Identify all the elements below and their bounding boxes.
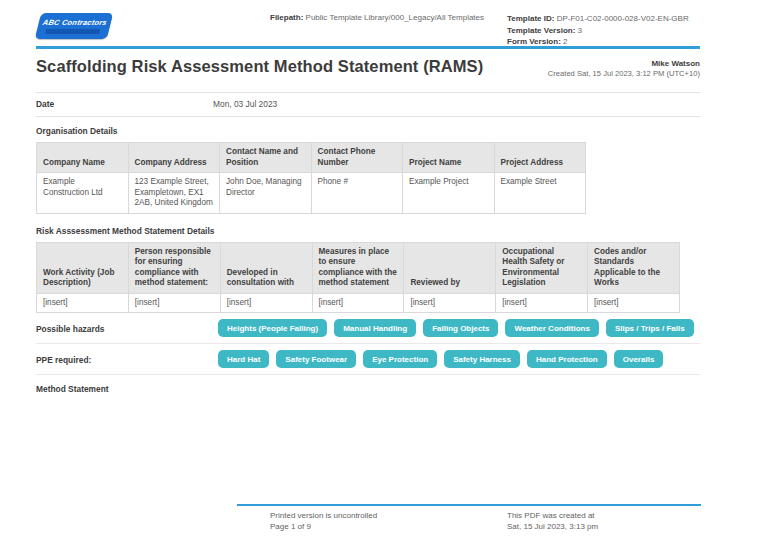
title-row: Scaffolding Risk Assessment Method State… [36, 57, 700, 79]
company-address-cell: 123 Example Street, Exampletown, EX1 2AB… [128, 173, 220, 214]
insert-cell: [insert] [312, 293, 404, 313]
printed-version-note: Printed version is uncontrolled [270, 510, 377, 521]
template-version-line: Template Version: 3 [507, 25, 689, 37]
table-row: [insert] [insert] [insert] [insert] [ins… [37, 293, 680, 313]
date-value: Mon, 03 Jul 2023 [213, 99, 277, 109]
ppe-tags: Hard Hat Safety Footwear Eye Protection … [218, 350, 663, 368]
created-block: Mike Watson Created Sat, 15 Jul 2023, 3:… [548, 57, 700, 79]
possible-hazards-label: Possible hazards [36, 319, 218, 334]
company-name-cell: Example Construction Ltd [37, 173, 129, 214]
table-row: Example Construction Ltd 123 Example Str… [37, 173, 586, 214]
hazard-tag: Weather Conditions [505, 319, 598, 337]
possible-hazards-row: Possible hazards Heights (People Falling… [36, 313, 700, 344]
footer-divider-rule [237, 504, 701, 506]
header-divider-rule [36, 46, 700, 49]
ppe-tag: Safety Harness [444, 350, 520, 368]
insert-cell: [insert] [404, 293, 496, 313]
date-row: Date Mon, 03 Jul 2023 [36, 92, 700, 117]
column-header: Codes and/or Standards Applicable to the… [588, 242, 680, 293]
contact-phone-cell: Phone # [311, 173, 403, 214]
author-name: Mike Watson [548, 59, 700, 69]
contact-name-cell: John Doe, Managing Director [220, 173, 312, 214]
template-id-value: DP-F01-C02-0000-028-V02-EN-GBR [554, 14, 688, 23]
column-header: Project Address [494, 143, 586, 173]
template-id-line: Template ID: DP-F01-C02-0000-028-V02-EN-… [507, 13, 689, 25]
ppe-tag: Hand Protection [527, 350, 607, 368]
form-version-label: Form Version: [507, 37, 561, 46]
ppe-tag: Safety Footwear [276, 350, 356, 368]
column-header: Work Activity (Job Description) [37, 242, 129, 293]
organisation-details-table: Company Name Company Address Contact Nam… [36, 142, 586, 214]
column-header: Developed in consultation with [220, 242, 312, 293]
hazard-tag: Heights (People Falling) [218, 319, 327, 337]
column-header: Contact Phone Number [311, 143, 403, 173]
table-header-row: Company Name Company Address Contact Nam… [37, 143, 586, 173]
page-number: Page 1 of 9 [270, 521, 377, 532]
hazard-tag: Falling Objects [423, 319, 498, 337]
rams-details-table: Work Activity (Job Description) Person r… [36, 242, 680, 314]
column-header: Occupational Health Safety or Environmen… [496, 242, 588, 293]
pdf-created-label: This PDF was created at [507, 510, 598, 521]
hazard-tag: Slips / Trips / Falls [606, 319, 694, 337]
ppe-tag: Eye Protection [363, 350, 437, 368]
filepath-label: Filepath: [270, 13, 303, 22]
form-content: Date Mon, 03 Jul 2023 Organisation Detai… [36, 92, 700, 394]
footer-right-block: This PDF was created at Sat, 15 Jul 2023… [507, 510, 598, 532]
abc-contractors-logo: ABC Contractors [35, 13, 113, 39]
pdf-created-timestamp: Sat, 15 Jul 2023, 3:13 pm [507, 521, 598, 532]
hazard-tag: Manual Handling [334, 319, 416, 337]
insert-cell: [insert] [496, 293, 588, 313]
method-statement-heading: Method Statement [36, 384, 700, 394]
filepath-value: Public Template Library/000_Legacy/All T… [303, 13, 484, 22]
template-version-value: 3 [575, 26, 582, 35]
template-version-label: Template Version: [507, 26, 575, 35]
column-header: Contact Name and Position [220, 143, 312, 173]
project-name-cell: Example Project [403, 173, 495, 214]
ppe-tag: Hard Hat [218, 350, 269, 368]
rams-document-page: ABC Contractors Filepath: Public Templat… [0, 0, 768, 543]
column-header: Company Address [128, 143, 220, 173]
template-meta: Template ID: DP-F01-C02-0000-028-V02-EN-… [507, 13, 689, 48]
footer-left-block: Printed version is uncontrolled Page 1 o… [270, 510, 377, 532]
logo-text: ABC Contractors [42, 18, 108, 27]
filepath-line: Filepath: Public Template Library/000_Le… [270, 13, 484, 22]
created-timestamp: Created Sat, 15 Jul 2023, 3:12 PM (UTC+1… [548, 69, 700, 79]
hazard-tags: Heights (People Falling) Manual Handling… [218, 319, 694, 337]
ppe-required-row: PPE required: Hard Hat Safety Footwear E… [36, 344, 700, 375]
project-address-cell: Example Street [494, 173, 586, 214]
ppe-tag: Overalls [614, 350, 664, 368]
insert-cell: [insert] [37, 293, 129, 313]
column-header: Reviewed by [404, 242, 496, 293]
date-label: Date [36, 99, 213, 109]
template-id-label: Template ID: [507, 14, 554, 23]
rams-details-heading: Risk Asssessment Method Statement Detail… [36, 226, 700, 236]
form-version-value: 2 [561, 37, 568, 46]
page-title: Scaffolding Risk Assessment Method State… [36, 57, 483, 76]
column-header: Company Name [37, 143, 129, 173]
table-header-row: Work Activity (Job Description) Person r… [37, 242, 680, 293]
column-header: Measures in place to ensure compliance w… [312, 242, 404, 293]
ppe-required-label: PPE required: [36, 350, 218, 365]
column-header: Project Name [403, 143, 495, 173]
insert-cell: [insert] [588, 293, 680, 313]
organisation-details-heading: Organisation Details [36, 126, 700, 136]
insert-cell: [insert] [128, 293, 220, 313]
insert-cell: [insert] [220, 293, 312, 313]
column-header: Person responsible for ensuring complian… [128, 242, 220, 293]
logo-tagline-bar [45, 29, 100, 34]
